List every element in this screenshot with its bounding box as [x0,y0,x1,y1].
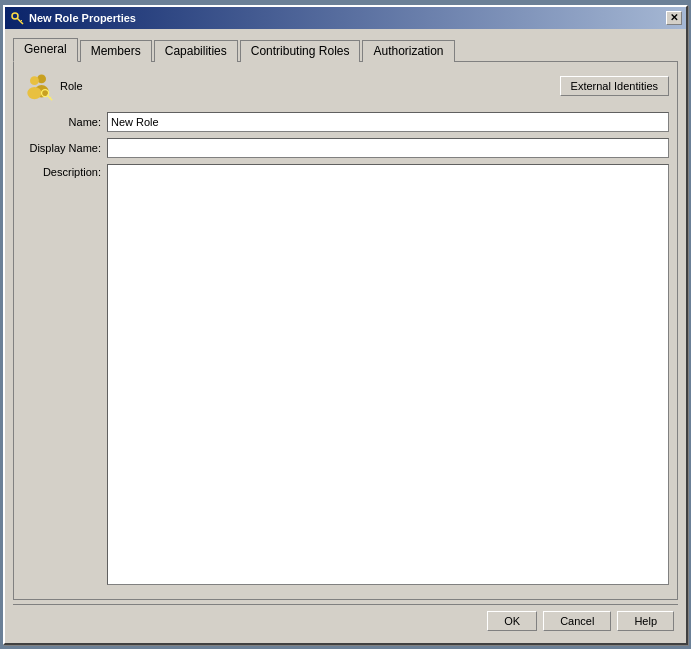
display-name-label: Display Name: [22,142,107,154]
name-label: Name: [22,116,107,128]
svg-point-6 [27,86,41,98]
tab-bar: General Members Capabilities Contributin… [13,37,678,61]
tab-contributing-roles[interactable]: Contributing Roles [240,40,361,62]
tab-panel-general: Role External Identities Name: Display N… [13,61,678,600]
dialog-window: New Role Properties ✕ General Members Ca… [3,5,688,645]
role-header-left: Role [22,70,83,102]
display-name-input[interactable] [107,138,669,158]
role-icon [22,70,54,102]
external-identities-button[interactable]: External Identities [560,76,669,96]
cancel-button[interactable]: Cancel [543,611,611,631]
ok-button[interactable]: OK [487,611,537,631]
role-label: Role [60,80,83,92]
dialog-content: General Members Capabilities Contributin… [5,29,686,643]
display-name-row: Display Name: [22,138,669,158]
dialog-buttons: OK Cancel Help [13,604,678,635]
svg-point-5 [30,76,39,85]
tab-authorization[interactable]: Authorization [362,40,454,62]
close-button[interactable]: ✕ [666,11,682,25]
tab-capabilities[interactable]: Capabilities [154,40,238,62]
title-bar: New Role Properties ✕ [5,7,686,29]
window-title: New Role Properties [29,12,136,24]
window-icon [9,10,25,26]
description-label: Description: [22,164,107,585]
name-row: Name: [22,112,669,132]
description-input[interactable] [107,164,669,585]
svg-line-1 [17,18,23,24]
role-header: Role External Identities [22,70,669,102]
description-row: Description: [22,164,669,585]
help-button[interactable]: Help [617,611,674,631]
tab-general[interactable]: General [13,38,78,62]
name-input[interactable] [107,112,669,132]
title-bar-left: New Role Properties [9,10,136,26]
tab-members[interactable]: Members [80,40,152,62]
